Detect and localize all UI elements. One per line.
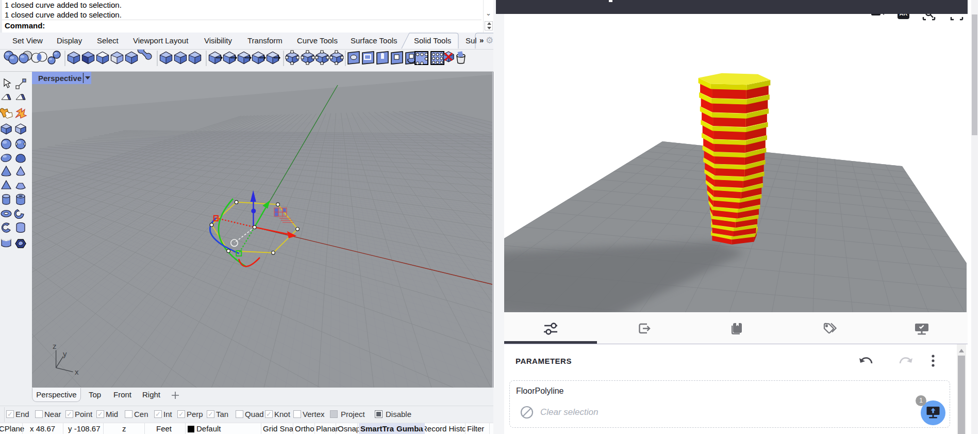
svg-text:y: y (63, 349, 67, 358)
svg-text:Perspective: Perspective (38, 74, 81, 83)
svg-text:x: x (75, 367, 79, 376)
svg-text:z: z (53, 342, 57, 350)
